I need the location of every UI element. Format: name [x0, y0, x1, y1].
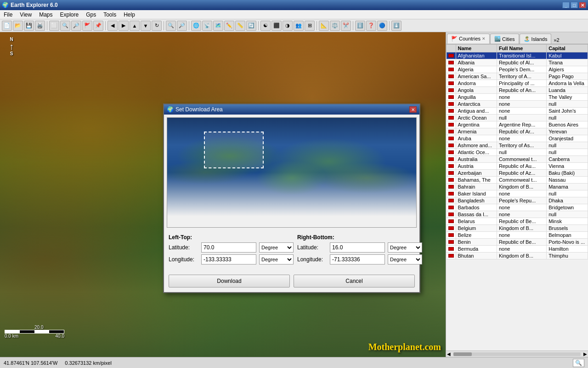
- left-lat-input[interactable]: [201, 242, 256, 253]
- table-row[interactable]: Angola Republic of An... Luanda: [447, 87, 588, 94]
- table-row[interactable]: Afghanistan Transitional Isl... Kabul: [447, 52, 588, 59]
- menu-maps[interactable]: Maps: [35, 11, 56, 19]
- tb-flag[interactable]: 🚩: [82, 21, 92, 31]
- menu-view[interactable]: View: [16, 11, 35, 19]
- right-lon-input[interactable]: [330, 254, 385, 264]
- table-row[interactable]: Bhutan Kingdom of B... Thimphu: [447, 253, 588, 259]
- tb-nav-up[interactable]: ▲: [130, 21, 140, 31]
- tb-info[interactable]: ℹ️: [355, 21, 365, 31]
- menu-gps[interactable]: Gps: [82, 11, 100, 19]
- tb-layer[interactable]: 🗺️: [213, 21, 223, 31]
- tab-countries[interactable]: 🚩 Countries ✕: [447, 34, 490, 44]
- hscroll-track[interactable]: [453, 352, 581, 356]
- search-box[interactable]: 🔍: [573, 359, 584, 367]
- download-button[interactable]: Download: [169, 275, 290, 288]
- tb-contrast[interactable]: ◑: [283, 21, 293, 31]
- countries-table-container[interactable]: Name Full Name Capital Afghanistan Trans…: [446, 44, 588, 351]
- table-row[interactable]: Bangladesh People's Repu... Dhaka: [447, 197, 588, 204]
- table-row[interactable]: Benin Republic of Be... Porto-Novo is ..…: [447, 239, 588, 246]
- tb-dark[interactable]: ⬛: [271, 21, 282, 31]
- tabs-more[interactable]: »2: [552, 36, 561, 44]
- tb-save[interactable]: 💾: [24, 21, 34, 31]
- tb-refresh[interactable]: 🔄: [246, 21, 256, 31]
- tb-search[interactable]: 🔍: [166, 21, 176, 31]
- table-row[interactable]: Austria Republic of Au... Vienna: [447, 163, 588, 170]
- table-row[interactable]: Antarctica none null: [447, 101, 588, 108]
- tb-nav-down[interactable]: ▼: [141, 21, 151, 31]
- left-lon-unit-select[interactable]: Degree DMS: [259, 254, 294, 264]
- menu-file[interactable]: File: [0, 11, 16, 19]
- tab-islands[interactable]: 🏝️ Islands: [520, 34, 552, 44]
- dialog-map[interactable]: [167, 117, 417, 228]
- dialog-close-button[interactable]: ✕: [409, 106, 417, 113]
- tb-sat[interactable]: 📡: [202, 21, 212, 31]
- table-row[interactable]: Azerbaijan Republic of Az... Baku (Baki): [447, 170, 588, 177]
- tb-nav-prev[interactable]: ◀: [107, 21, 118, 31]
- right-lat-input[interactable]: [330, 242, 385, 253]
- table-row[interactable]: Bahamas, The Commonweal t... Nassau: [447, 177, 588, 184]
- table-row[interactable]: Algeria People's Dem... Algiers: [447, 66, 588, 73]
- tb-find[interactable]: 🔎: [177, 21, 187, 31]
- table-row[interactable]: Albania Republic of Al... Tirana: [447, 59, 588, 66]
- table-row[interactable]: Ashmore and... Territory of As... null: [447, 142, 588, 149]
- tb-download-icon[interactable]: ⬇️: [391, 21, 401, 31]
- countries-tab-close[interactable]: ✕: [482, 36, 486, 41]
- left-lon-input[interactable]: [201, 254, 256, 264]
- minimize-button[interactable]: _: [562, 2, 570, 8]
- tb-ruler[interactable]: 📐: [319, 21, 329, 31]
- table-row[interactable]: Antigua and... none Saint John's: [447, 108, 588, 115]
- country-fullname: Commonweal t...: [497, 177, 546, 184]
- tab-cities[interactable]: 🏙️ Cities: [490, 34, 519, 44]
- maximize-button[interactable]: □: [571, 2, 578, 8]
- hscroll-thumb[interactable]: [453, 352, 472, 356]
- table-row[interactable]: Andorra Principality of ... Andorra la V…: [447, 80, 588, 87]
- table-row[interactable]: Armenia Republic of Ar... Yerevan: [447, 128, 588, 135]
- table-row[interactable]: Bassas da I... none null: [447, 211, 588, 218]
- table-row[interactable]: Belize none Belmopan: [447, 232, 588, 239]
- tb-globe[interactable]: 🌐: [191, 21, 201, 31]
- tb-measure[interactable]: 📏: [235, 21, 245, 31]
- tb-zoom-in[interactable]: 🔍: [60, 21, 70, 31]
- menu-help[interactable]: Help: [120, 11, 139, 19]
- tb-pin[interactable]: 📌: [93, 21, 103, 31]
- table-row[interactable]: Bahrain Kingdom of B... Manama: [447, 184, 588, 190]
- tb-scale[interactable]: ⚖️: [330, 21, 340, 31]
- map-area[interactable]: N ↑ S 20.0 0.0 km 40.0 Motherplanet.com: [0, 32, 446, 357]
- right-lon-unit-select[interactable]: Degree DMS: [388, 254, 422, 264]
- table-row[interactable]: Belarus Republic of Be... Minsk: [447, 218, 588, 225]
- tb-open[interactable]: 📂: [13, 21, 23, 31]
- table-row[interactable]: Aruba none Oranjestad: [447, 135, 588, 142]
- table-row[interactable]: Anguilla none The Valley: [447, 94, 588, 101]
- tb-about[interactable]: 🔵: [377, 21, 387, 31]
- table-row[interactable]: Arctic Ocean null null: [447, 115, 588, 121]
- horizontal-scrollbar[interactable]: ◀ ▶: [446, 351, 588, 357]
- tb-yin[interactable]: ☯: [260, 21, 271, 31]
- table-row[interactable]: Bermuda none Hamilton: [447, 246, 588, 253]
- right-lat-unit-select[interactable]: Degree DMS: [388, 242, 422, 253]
- table-row[interactable]: Belgium Kingdom of B... Brussels: [447, 225, 588, 232]
- table-row[interactable]: Atlantic Oce... null null: [447, 149, 588, 156]
- tb-print[interactable]: 🖨️: [35, 21, 45, 31]
- tb-scissors[interactable]: ✂️: [341, 21, 351, 31]
- menu-explore[interactable]: Explore: [56, 11, 82, 19]
- tb-zoom-out[interactable]: 🔎: [71, 21, 81, 31]
- table-row[interactable]: Australia Commonweal t... Canberra: [447, 156, 588, 163]
- tb-help[interactable]: ❓: [366, 21, 376, 31]
- tb-select[interactable]: ⬜: [49, 21, 59, 31]
- table-row[interactable]: Baker Island none null: [447, 190, 588, 197]
- tb-group[interactable]: 👥: [294, 21, 304, 31]
- tb-nav-next[interactable]: ▶: [119, 21, 129, 31]
- tb-grid[interactable]: ⊞: [305, 21, 315, 31]
- cancel-button[interactable]: Cancel: [294, 275, 415, 288]
- tb-nav-r[interactable]: ↻: [152, 21, 162, 31]
- tb-draw[interactable]: ✏️: [224, 21, 234, 31]
- menu-tools[interactable]: Tools: [100, 11, 120, 19]
- tb-new[interactable]: 📄: [2, 21, 12, 31]
- left-lat-unit-select[interactable]: Degree DMS: [259, 242, 294, 253]
- hscroll-right[interactable]: ▶: [582, 351, 588, 356]
- table-row[interactable]: Argentina Argentine Rep... Buenos Aires: [447, 121, 588, 128]
- table-row[interactable]: American Sa... Territory of A... Pago Pa…: [447, 73, 588, 80]
- table-row[interactable]: Barbados none Bridgetown: [447, 204, 588, 211]
- hscroll-left[interactable]: ◀: [446, 351, 452, 356]
- close-button[interactable]: ✕: [579, 2, 586, 8]
